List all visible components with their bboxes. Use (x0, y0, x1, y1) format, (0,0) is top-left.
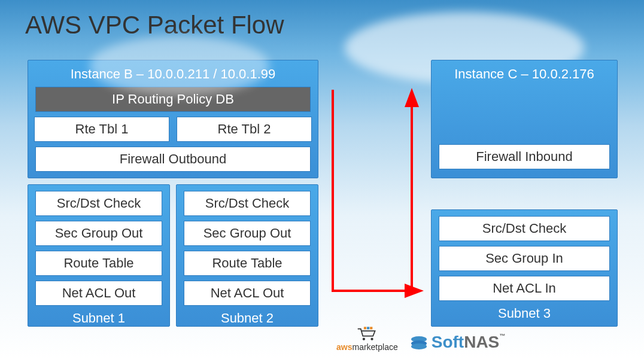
subnet1-sec-group-out: Sec Group Out (35, 221, 162, 246)
rte-tbl-1: Rte Tbl 1 (34, 117, 169, 142)
softnas-logo: SoftNAS™ (410, 333, 506, 352)
subnet2-net-acl-out: Net ACL Out (184, 281, 311, 306)
svg-point-2 (371, 338, 373, 340)
svg-rect-3 (364, 327, 366, 329)
subnet2-route-table: Route Table (184, 251, 311, 276)
svg-point-1 (363, 338, 365, 340)
instance-b-header: Instance B – 10.0.0.211 / 10.0.1.99 (71, 64, 275, 84)
instance-b-box: Instance B – 10.0.0.211 / 10.0.1.99 IP R… (28, 60, 318, 178)
aws-marketplace-text: awsmarketplace (336, 342, 398, 352)
cart-icon (357, 327, 377, 342)
logos-area: awsmarketplace SoftNAS™ (336, 327, 505, 352)
subnet1-route-table: Route Table (35, 251, 162, 276)
firewall-outbound: Firewall Outbound (35, 147, 311, 172)
aws-marketplace-logo: awsmarketplace (336, 327, 398, 352)
subnet-1-label: Subnet 1 (72, 308, 125, 326)
firewall-inbound: Firewall Inbound (439, 144, 610, 169)
subnet2-sec-group-out: Sec Group Out (184, 221, 311, 246)
subnet-3-label: Subnet 3 (498, 303, 551, 321)
svg-point-8 (411, 343, 427, 349)
subnet3-net-acl-in: Net ACL In (439, 276, 610, 301)
svg-rect-5 (370, 327, 372, 329)
subnet-3-box: Src/Dst Check Sec Group In Net ACL In Su… (431, 209, 618, 327)
subnet2-src-dst-check: Src/Dst Check (184, 191, 311, 216)
subnet3-src-dst-check: Src/Dst Check (439, 216, 610, 241)
subnet-2-box: Src/Dst Check Sec Group Out Route Table … (176, 184, 318, 327)
subnet3-sec-group-in: Sec Group In (439, 246, 610, 271)
svg-rect-4 (367, 327, 369, 329)
instance-c-header: Instance C – 10.0.2.176 (454, 64, 594, 84)
ip-routing-policy-db: IP Routing Policy DB (35, 87, 311, 112)
subnet1-net-acl-out: Net ACL Out (35, 281, 162, 306)
page-title: AWS VPC Packet Flow (25, 11, 284, 39)
subnet1-src-dst-check: Src/Dst Check (35, 191, 162, 216)
disk-icon (410, 335, 428, 349)
subnet-2-label: Subnet 2 (221, 308, 274, 326)
instance-c-box: Instance C – 10.0.2.176 Firewall Inbound (431, 60, 618, 178)
rte-tbl-2: Rte Tbl 2 (177, 117, 312, 142)
subnet-1-box: Src/Dst Check Sec Group Out Route Table … (28, 184, 170, 327)
